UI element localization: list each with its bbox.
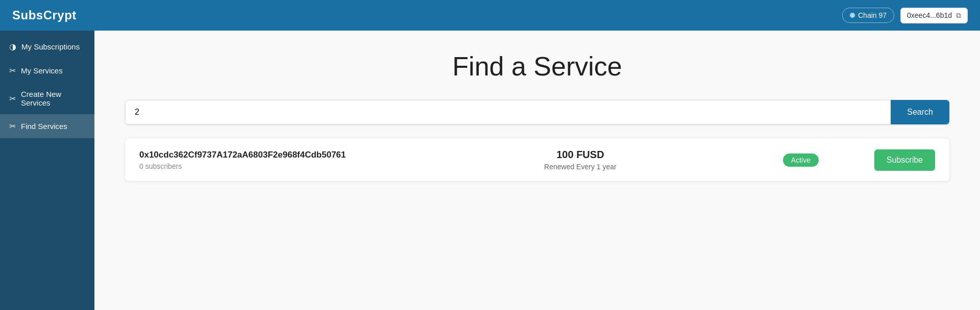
header-right: Chain 97 0xeec4...6b1d ⧉ xyxy=(842,8,968,23)
service-info: 0x10cdc362Cf9737A172aA6803F2e968f4Cdb507… xyxy=(139,150,433,170)
sidebar-item-find-services[interactable]: ✂ Find Services xyxy=(0,114,94,138)
status-badge: Active xyxy=(783,153,819,167)
sidebar-item-label: My Subscriptions xyxy=(21,42,80,51)
subscribe-button[interactable]: Subscribe xyxy=(874,149,935,171)
my-services-icon: ✂ xyxy=(9,66,16,75)
sidebar: ◑ My Subscriptions ✂ My Services ✂ Creat… xyxy=(0,31,94,310)
find-services-icon: ✂ xyxy=(9,121,16,131)
app-logo: SubsCrypt xyxy=(12,8,77,22)
search-row: Search xyxy=(125,100,949,124)
sidebar-item-my-services[interactable]: ✂ My Services xyxy=(0,59,94,83)
app-header: SubsCrypt Chain 97 0xeec4...6b1d ⧉ xyxy=(0,0,980,31)
service-pricing: 100 FUSD Renewed Every 1 year xyxy=(433,149,727,171)
sidebar-item-create-new-services[interactable]: ✂ Create New Services xyxy=(0,83,94,114)
subscriptions-icon: ◑ xyxy=(9,42,16,51)
search-button[interactable]: Search xyxy=(891,100,949,124)
sidebar-item-label: Create New Services xyxy=(21,90,85,107)
create-services-icon: ✂ xyxy=(9,94,16,104)
copy-icon[interactable]: ⧉ xyxy=(956,11,961,20)
sidebar-item-label: My Services xyxy=(21,66,63,75)
search-input[interactable] xyxy=(125,100,891,124)
service-card: 0x10cdc362Cf9737A172aA6803F2e968f4Cdb507… xyxy=(125,139,949,181)
service-address: 0x10cdc362Cf9737A172aA6803F2e968f4Cdb507… xyxy=(139,150,433,160)
service-renewal: Renewed Every 1 year xyxy=(433,163,727,171)
wallet-badge[interactable]: 0xeec4...6b1d ⧉ xyxy=(900,8,968,23)
service-status: Active xyxy=(727,153,874,167)
chain-label: Chain 97 xyxy=(858,11,887,19)
main-content: Find a Service Search 0x10cdc362Cf9737A1… xyxy=(94,31,980,310)
page-title: Find a Service xyxy=(125,51,949,82)
chain-badge[interactable]: Chain 97 xyxy=(842,8,894,23)
wallet-address: 0xeec4...6b1d xyxy=(907,11,952,19)
chain-dot-icon xyxy=(850,13,855,18)
service-subscribers: 0 subscribers xyxy=(139,162,433,170)
sidebar-item-label: Find Services xyxy=(21,122,67,131)
sidebar-item-my-subscriptions[interactable]: ◑ My Subscriptions xyxy=(0,35,94,59)
service-price: 100 FUSD xyxy=(433,149,727,161)
